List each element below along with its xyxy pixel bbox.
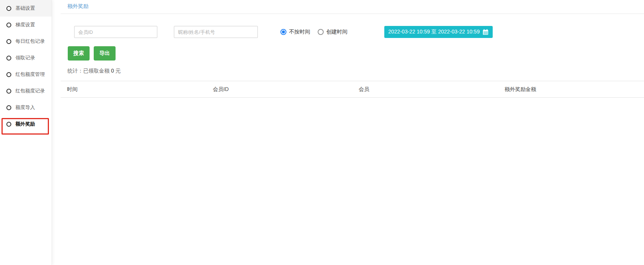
stats-unit: 元 <box>116 68 121 74</box>
circle-bullet-icon <box>6 72 11 77</box>
radio-selected-icon[interactable] <box>280 29 286 35</box>
tab-bar: 额外奖励 <box>61 0 644 14</box>
sidebar: 基础设置 梯度设置 每日红包记录 领取记录 红包额度管理 红包额度记录 额度导入… <box>0 0 52 265</box>
date-range-picker-button[interactable]: 2022-03-22 10:59 至 2022-03-22 10:59 <box>384 26 493 38</box>
circle-bullet-icon <box>6 56 11 61</box>
date-range-text: 2022-03-22 10:59 至 2022-03-22 10:59 <box>388 29 480 35</box>
sidebar-item-basic-settings[interactable]: 基础设置 <box>0 0 52 17</box>
member-id-input[interactable] <box>74 26 157 38</box>
export-button[interactable]: 导出 <box>94 46 116 61</box>
action-button-row: 搜索 导出 <box>68 46 644 61</box>
sidebar-item-claim-records[interactable]: 领取记录 <box>0 50 52 66</box>
radio-label: 创建时间 <box>326 29 347 35</box>
records-table: 时间 会员ID 会员 额外奖励金额 <box>61 81 644 113</box>
table-body-empty <box>61 98 644 113</box>
sidebar-item-label: 额度导入 <box>15 104 35 111</box>
sidebar-item-label: 红包额度管理 <box>15 71 45 78</box>
sidebar-item-quota-records[interactable]: 红包额度记录 <box>0 83 52 99</box>
table-header-row: 时间 会员ID 会员 额外奖励金额 <box>61 81 644 98</box>
circle-bullet-icon <box>6 122 11 127</box>
radio-no-time-filter[interactable]: 不按时间 <box>280 29 310 35</box>
sidebar-item-gradient-settings[interactable]: 梯度设置 <box>0 17 52 33</box>
stats-label: 统计：已领取金额 <box>67 68 110 74</box>
nickname-input[interactable] <box>174 26 258 38</box>
search-button[interactable]: 搜索 <box>68 46 90 61</box>
filter-row: 不按时间 创建时间 2022-03-22 10:59 至 2022-03-22 … <box>61 26 644 38</box>
column-header-member-id: 会员ID <box>207 86 353 93</box>
sidebar-item-label: 基础设置 <box>15 5 35 12</box>
circle-bullet-icon <box>6 23 11 27</box>
sidebar-item-daily-red-packet-records[interactable]: 每日红包记录 <box>0 33 52 50</box>
column-header-member: 会员 <box>352 86 498 93</box>
column-header-extra-reward-amount: 额外奖励金额 <box>498 86 644 93</box>
circle-bullet-icon <box>6 105 11 110</box>
sidebar-item-label: 梯度设置 <box>15 21 35 28</box>
circle-bullet-icon <box>6 39 11 44</box>
stats-line: 统计：已领取金额0元 <box>67 68 644 74</box>
circle-bullet-icon <box>6 89 11 94</box>
calendar-icon <box>483 29 489 35</box>
sidebar-item-extra-reward[interactable]: 额外奖励 <box>0 116 52 132</box>
sidebar-item-label: 每日红包记录 <box>15 38 45 45</box>
tab-extra-reward[interactable]: 额外奖励 <box>61 3 95 14</box>
radio-created-time[interactable]: 创建时间 <box>318 29 347 35</box>
stats-value: 0 <box>111 68 114 74</box>
circle-bullet-icon <box>6 6 11 11</box>
time-mode-radio-group: 不按时间 创建时间 <box>280 29 347 35</box>
sidebar-item-label: 额外奖励 <box>15 121 35 127</box>
sidebar-item-quota-management[interactable]: 红包额度管理 <box>0 66 52 83</box>
radio-unselected-icon[interactable] <box>318 29 324 35</box>
radio-label: 不按时间 <box>289 29 310 35</box>
sidebar-item-label: 领取记录 <box>15 55 35 61</box>
sidebar-item-label: 红包额度记录 <box>15 88 45 94</box>
main-content: 额外奖励 不按时间 创建时间 2022-03-22 10:59 至 2022-0… <box>52 0 644 265</box>
sidebar-item-quota-import[interactable]: 额度导入 <box>0 99 52 116</box>
column-header-time: 时间 <box>61 86 207 93</box>
